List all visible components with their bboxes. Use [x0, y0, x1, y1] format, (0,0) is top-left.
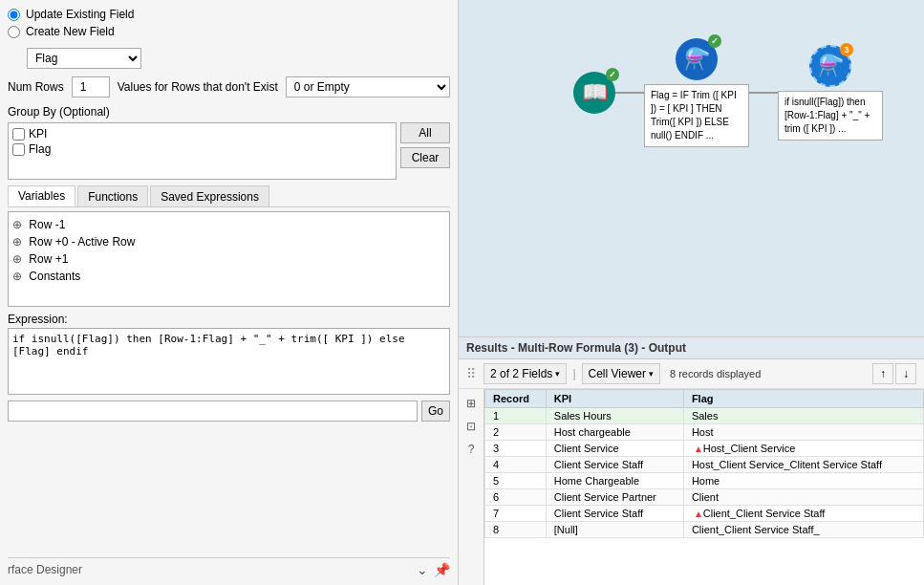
tree-panel: ⊕ Row -1 ⊕ Row +0 - Active Row ⊕ Row +1 … [8, 211, 450, 307]
group-by-label: Group By (Optional) [8, 105, 450, 119]
warning-icon: ▲ [694, 509, 703, 519]
tab-saved-expressions[interactable]: Saved Expressions [150, 185, 269, 206]
table-row: 7Client Service Staff▲Client_Client Serv… [485, 506, 924, 522]
table-row: 3Client Service▲Host_Client Service [485, 441, 924, 457]
tree-row-plus1[interactable]: ⊕ Row +1 [12, 250, 445, 268]
num-rows-label: Num Rows [8, 80, 64, 94]
tab-variables[interactable]: Variables [8, 185, 75, 206]
tree-row-constants[interactable]: ⊕ Constants [12, 268, 445, 285]
table-row: 1Sales HoursSales [485, 408, 924, 424]
all-button[interactable]: All [400, 122, 450, 143]
cell-flag: ▲Client_Client Service Staff [683, 506, 923, 522]
empty-select[interactable]: 0 or Empty [286, 76, 450, 98]
cell-flag: ▲Host_Client Service [683, 441, 923, 457]
expression-box[interactable]: if isnull([Flag]) then [Row-1:Flag] + "_… [8, 328, 450, 395]
results-toolbar: ⠿ 2 of 2 Fields ▾ | Cell Viewer ▾ 8 reco… [459, 359, 924, 389]
node-badge-2: ✓ [708, 34, 721, 48]
bottom-bar-label: rface Designer [8, 563, 82, 576]
tree-row-active[interactable]: ⊕ Row +0 - Active Row [12, 233, 445, 250]
table-row: 6Client Service PartnerClient [485, 489, 924, 506]
records-count: 8 records displayed [670, 368, 761, 379]
node-icon-1[interactable]: 📖 ✓ [573, 72, 615, 114]
cell-flag: Sales [683, 408, 923, 424]
pin-icon[interactable]: 📌 [434, 562, 450, 577]
update-existing-radio[interactable] [8, 9, 20, 21]
col-flag: Flag [683, 390, 923, 408]
gb-buttons: All Clear [400, 122, 450, 180]
go-button[interactable]: Go [421, 401, 450, 422]
left-panel: Update Existing Field Create New Field F… [0, 0, 459, 585]
formula-box-1: Flag = IF Trim ([ KPI ]) = [ KPI ] THEN … [644, 84, 749, 147]
node-badge-3: 3 [840, 43, 853, 56]
go-input[interactable] [8, 401, 418, 422]
create-new-label: Create New Field [26, 25, 115, 38]
clear-button[interactable]: Clear [400, 147, 450, 168]
fields-label: 2 of 2 Fields [490, 367, 552, 380]
cell-kpi: [Null] [546, 522, 683, 538]
cell-kpi: Home Chargeable [546, 473, 683, 489]
warning-icon: ▲ [694, 444, 703, 454]
fields-button[interactable]: 2 of 2 Fields ▾ [483, 363, 567, 384]
left-side-icons: ⊞ ⊡ ? [459, 389, 484, 585]
cell-record: 5 [485, 473, 547, 489]
cell-record: 3 [485, 441, 547, 457]
filter-icon[interactable]: ⊡ [461, 416, 482, 437]
node-icon-3[interactable]: ⚗️ 3 [809, 45, 851, 87]
go-row: Go [8, 401, 450, 422]
num-rows-section: Num Rows Values for Rows that don't Exis… [8, 76, 450, 98]
table-row: 4Client Service StaffHost_Client Service… [485, 457, 924, 473]
chevron-down-icon: ▾ [555, 369, 560, 379]
field-select-row: Flag [27, 48, 450, 69]
cell-record: 1 [485, 408, 547, 424]
col-record: Record [485, 390, 547, 408]
cell-viewer-button[interactable]: Cell Viewer ▾ [582, 363, 660, 384]
help-icon[interactable]: ? [461, 439, 482, 460]
cell-record: 6 [485, 489, 547, 506]
results-panel: Results - Multi-Row Formula (3) - Output… [459, 336, 924, 585]
tree-row-minus1[interactable]: ⊕ Row -1 [12, 216, 445, 233]
node-icon-2[interactable]: ⚗️ ✓ [676, 38, 718, 80]
expander-icon: ⊕ [12, 235, 22, 249]
workflow-node-1[interactable]: 📖 ✓ [573, 72, 615, 114]
bottom-bar: rface Designer ⌄ 📌 [8, 557, 450, 577]
table-icon[interactable]: ⊞ [461, 393, 482, 414]
table-row: 8[Null]Client_Client Service Staff_ [485, 522, 924, 538]
checkbox-list: KPI Flag [8, 122, 397, 180]
canvas-area: 📖 ✓ ⚗️ ✓ Flag = IF Trim ([ KPI ]) = [ KP… [459, 0, 924, 336]
expander-icon: ⊕ [12, 252, 22, 266]
table-row: 2Host chargeableHost [485, 424, 924, 441]
cell-kpi: Host chargeable [546, 424, 683, 441]
cell-flag: Home [683, 473, 923, 489]
connector-2 [749, 92, 778, 94]
num-rows-spinner[interactable] [72, 76, 110, 98]
flag-label: Flag [29, 142, 51, 156]
flag-checkbox[interactable] [12, 143, 25, 156]
create-new-radio[interactable] [8, 26, 20, 38]
cell-viewer-label: Cell Viewer [589, 367, 646, 380]
chevron-down-icon: ▾ [649, 369, 654, 379]
sort-up-button[interactable]: ↑ [872, 363, 893, 384]
pipe-separator: | [572, 367, 575, 380]
sort-down-button[interactable]: ↓ [895, 363, 916, 384]
expander-icon: ⊕ [12, 218, 22, 231]
expander-icon: ⊕ [12, 270, 22, 283]
right-panel: 📖 ✓ ⚗️ ✓ Flag = IF Trim ([ KPI ]) = [ KP… [459, 0, 924, 585]
cell-record: 4 [485, 457, 547, 473]
kpi-checkbox[interactable] [12, 128, 25, 141]
formula-box-2: if isnull([Flag]) then [Row-1:Flag] + "_… [778, 91, 883, 141]
cell-kpi: Client Service Staff [546, 506, 683, 522]
cell-record: 8 [485, 522, 547, 538]
radio-group: Update Existing Field Create New Field [8, 8, 450, 42]
field-select[interactable]: Flag [27, 48, 141, 69]
results-header: Results - Multi-Row Formula (3) - Output [459, 337, 924, 359]
workflow-node-2[interactable]: ⚗️ ✓ Flag = IF Trim ([ KPI ]) = [ KPI ] … [644, 38, 749, 147]
cell-kpi: Client Service Partner [546, 489, 683, 506]
cell-record: 7 [485, 506, 547, 522]
cell-kpi: Client Service [546, 441, 683, 457]
workflow-node-3[interactable]: ⚗️ 3 if isnull([Flag]) then [Row-1:Flag]… [778, 45, 883, 141]
sort-buttons: ↑ ↓ [872, 363, 916, 384]
cell-record: 2 [485, 424, 547, 441]
tab-functions[interactable]: Functions [77, 185, 148, 206]
chevron-down-icon[interactable]: ⌄ [417, 562, 428, 577]
cell-kpi: Sales Hours [546, 408, 683, 424]
